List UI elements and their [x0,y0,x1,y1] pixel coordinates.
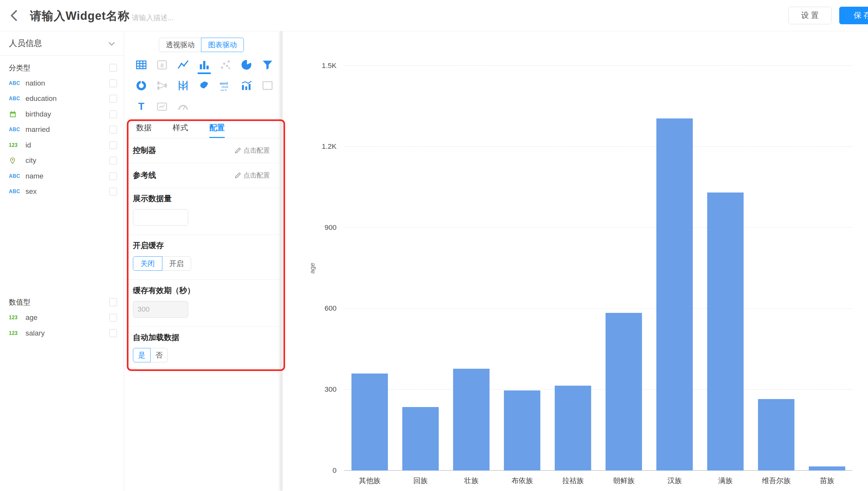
field-name[interactable]: ABCname [0,168,124,183]
field-type-number-icon: 123 [9,330,26,336]
location-pin-icon [9,157,16,165]
chart-type-gauge-icon[interactable] [152,96,173,117]
chart-type-dual-axis-icon[interactable] [236,75,257,96]
field-type-abc-icon: ABC [9,81,26,86]
chart-type-scorecard-icon[interactable]: 8 [152,54,173,75]
field-checkbox[interactable] [109,95,117,103]
field-married[interactable]: ABCmarried [0,122,124,137]
field-checkbox[interactable] [109,111,117,118]
bar-满族[interactable] [707,193,744,470]
mode-pivot-button[interactable]: 透视驱动 [159,38,202,52]
y-tick-label: 1.5K [322,62,345,69]
field-education[interactable]: ABCeducation [0,91,124,106]
bar-壮族[interactable] [453,369,490,471]
chart-type-table-icon[interactable] [131,54,152,75]
display-limit-row: 展示数据量 [124,188,279,235]
field-section-header: 分类型 [0,60,124,75]
field-checkbox[interactable] [109,126,117,134]
controller-row: 控制器 点击配置 [124,138,279,163]
bar-朝鲜族[interactable] [606,313,642,470]
panel-tabs: 数据样式配置 [124,118,279,138]
bar-其他族[interactable] [352,374,388,470]
field-section-label: 数值型 [9,297,31,307]
chart-type-iframe-icon[interactable] [257,75,278,96]
reference-line-row: 参考线 点击配置 [124,163,279,188]
x-tick-label: 回族 [395,476,446,486]
field-birthday[interactable]: birthday [0,106,124,122]
bar-苗族[interactable] [809,466,845,470]
bar-拉祜族[interactable] [555,386,591,470]
chart-type-line-icon[interactable] [172,54,194,75]
field-checkbox[interactable] [109,80,117,87]
field-type-abc-icon: ABC [9,96,26,102]
chart-type-text-icon[interactable]: T [131,96,152,117]
panel-scrollbar[interactable] [280,31,283,491]
field-checkbox[interactable] [109,314,117,321]
controller-configure-link[interactable]: 点击配置 [235,146,270,155]
tab-data[interactable]: 数据 [136,118,152,138]
bar-布依族[interactable] [504,391,540,470]
autoload-no-button[interactable]: 否 [150,348,168,362]
bar-汉族[interactable] [656,118,693,470]
widget-name-input[interactable]: 请输入Widget名称 [30,8,130,24]
field-id[interactable]: 123id [0,137,124,153]
field-section-header: 数值型 [0,294,124,310]
field-checkbox[interactable] [109,188,117,195]
dataset-selector[interactable]: 人员信息 [0,31,124,56]
field-checkbox[interactable] [109,172,117,180]
reference-line-label: 参考线 [133,170,156,180]
mode-chart-button[interactable]: 图表驱动 [201,38,244,52]
cache-row: 开启缓存 关闭开启 [124,235,279,280]
chart-type-doughnut-icon[interactable] [131,75,152,96]
save-button[interactable]: 保 存 [839,7,868,24]
section-checkbox[interactable] [109,64,117,71]
display-limit-input[interactable] [133,209,188,226]
field-salary[interactable]: 123salary [0,325,124,341]
mode-switch: 透视驱动图表驱动 [124,38,279,52]
chart-type-pie-icon[interactable] [236,54,257,75]
bar-band [446,66,497,470]
cache-toggle: 关闭开启 [133,256,191,271]
bar-band [344,66,395,470]
field-type-number-icon: 123 [9,315,26,320]
y-tick-label: 600 [325,305,345,313]
section-checkbox[interactable] [109,298,117,306]
chart-type-sankey-icon[interactable] [152,75,173,96]
back-button[interactable] [8,9,21,22]
chart-type-speedometer-icon[interactable] [172,96,194,117]
svg-text:8: 8 [161,62,164,68]
chart-type-bar-icon[interactable] [194,54,215,75]
field-checkbox[interactable] [109,157,117,165]
field-type-calendar-icon [9,111,26,118]
settings-button[interactable]: 设 置 [788,7,832,24]
chart-type-funnel-icon[interactable] [257,54,278,75]
chart-type-wordcloud-icon[interactable]: wordcloudagile BI [215,75,236,96]
widget-description-input[interactable]: 请输入描述... [132,13,173,23]
field-checkbox[interactable] [109,141,117,149]
tab-config[interactable]: 配置 [209,118,225,138]
chart-type-scatter-icon[interactable] [215,54,236,75]
field-city[interactable]: city [0,153,124,168]
field-age[interactable]: 123age [0,310,124,325]
chart-type-parallel-icon[interactable] [172,75,194,96]
bar-band [497,66,547,470]
field-label: nation [26,79,109,87]
config-body: 控制器 点击配置 参考线 点击配置 展示数据量 开启缓存 关闭开启 [124,138,279,371]
chart-type-map-icon[interactable] [194,75,215,96]
cache-off-button[interactable]: 关闭 [133,256,162,271]
autoload-label: 自动加载数据 [133,332,270,343]
field-type-abc-icon: ABC [9,127,26,133]
fields-sidebar: 人员信息 分类型ABCnationABCeducationbirthdayABC… [0,31,124,491]
x-tick-label: 汉族 [649,476,700,486]
reference-configure-link[interactable]: 点击配置 [235,171,270,180]
chart-type-grid: 8wordcloudagile BIT [124,54,279,117]
bar-回族[interactable] [402,407,439,470]
field-checkbox[interactable] [109,329,117,337]
field-nation[interactable]: ABCnation [0,76,124,91]
bar-维吾尔族[interactable] [758,399,794,470]
field-sex[interactable]: ABCsex [0,184,124,199]
bar-band [547,66,598,470]
cache-on-button[interactable]: 开启 [162,256,191,271]
autoload-yes-button[interactable]: 是 [133,348,151,362]
tab-style[interactable]: 样式 [172,118,188,138]
